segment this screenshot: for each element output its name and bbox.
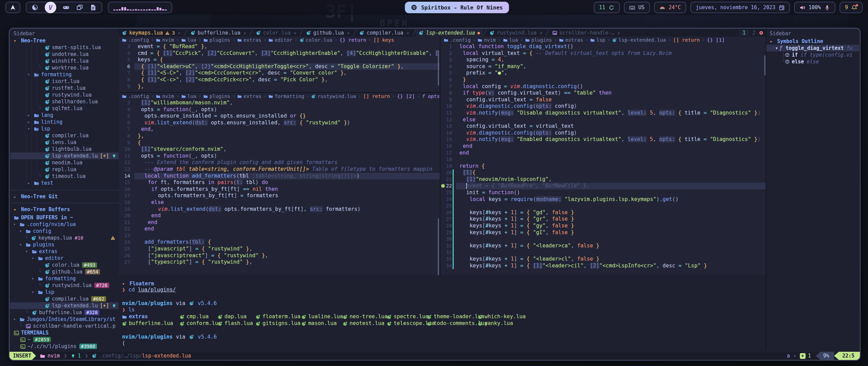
tree-item-rustywind-lua[interactable]: └rustywind.lua#726 — [10, 282, 119, 289]
tree-item-scrollbar-handle-vertical-p[interactable]: └scrollbar-handle-vertical.p — [10, 323, 119, 329]
breadcrumb-item[interactable]: {} [2] — [397, 94, 415, 99]
tree-item-lightbulb-lua[interactable]: lightbulb.lua — [10, 146, 119, 152]
tab-color-lua[interactable]: color.lua✕ — [253, 29, 300, 37]
breadcrumb-item[interactable]: plugins — [525, 37, 552, 43]
tree-item-linting[interactable]: ▸linting — [10, 119, 119, 125]
dock-notes-icon[interactable] — [90, 4, 97, 11]
notifications-widget[interactable]: 9 — [840, 2, 863, 13]
tab-compiler-lua[interactable]: compiler.lua✕ — [356, 29, 412, 37]
tree-item-formatting[interactable]: ▾formatting — [10, 71, 119, 78]
breadcrumb-item[interactable]: .config — [122, 37, 149, 43]
breadcrumb-item[interactable]: lua — [503, 37, 518, 43]
tab-close-icon[interactable]: ✕ — [407, 30, 409, 36]
breadcrumb-item[interactable]: [] keys — [373, 37, 394, 43]
tree-item-compiler-lua[interactable]: compiler.lua — [10, 132, 119, 139]
tree-item-formatting[interactable]: ▾formatting — [10, 275, 119, 282]
breadcrumb-item[interactable]: lsp-extended.lua — [612, 37, 666, 43]
tab-close-icon[interactable]: ✕ — [178, 30, 181, 36]
tree-item--c-n-l-plugins[interactable]: ~/.c/n/l/plugins#3980 — [10, 343, 119, 350]
volume-widget[interactable]: 100% — [794, 2, 835, 13]
tree-item-keymaps-lua[interactable]: └keymaps.lua#10 — [10, 235, 119, 241]
tab-close-icon[interactable]: ✕ — [617, 30, 620, 36]
section-symbols-outline[interactable]: ▾Symbols Outline — [766, 38, 859, 45]
tree-item-rustfmt-lua[interactable]: rustfmt.lua — [10, 85, 119, 92]
tree-item--[interactable]: ~#2859 — [10, 336, 119, 343]
tree-item-config[interactable]: ▾config — [10, 228, 119, 235]
tree-item-timeout-lua[interactable]: └timeout.lua — [10, 173, 119, 180]
tabpage-2[interactable]: 2 — [749, 30, 759, 36]
clock-widget[interactable]: jueves, noviembre 16, 2023 — [690, 2, 790, 13]
breadcrumb-item[interactable]: formatting — [269, 94, 304, 99]
tab-close-icon[interactable]: ✕ — [294, 30, 296, 36]
outline-item-if[interactable]: ├ ifif type(config.vi — [766, 52, 859, 58]
tree-item-open-buffers-in-[interactable]: OPEN BUFFERS in ~ — [10, 214, 119, 221]
tree-item-lsp-extended-lu[interactable]: └lsp-extended.lu[+] — [10, 302, 119, 309]
tree-item-sqlfmt-lua[interactable]: └sqlfmt.lua — [10, 105, 119, 112]
app-launcher-button[interactable] — [5, 2, 20, 13]
breadcrumb-item[interactable]: nvim — [156, 37, 174, 43]
tree-item-color-lua[interactable]: color.lua#493 — [10, 262, 119, 268]
floaterm-terminal[interactable]: ▾Floaterm ❯ cd lua/plugins/nvim/lua/plug… — [119, 275, 766, 350]
tree-item--config-nvim-lua[interactable]: ▾.config/nvim/lua — [10, 221, 119, 228]
tree-item-worktree-lua[interactable]: └worktree.lua — [10, 64, 119, 71]
breadcrumb-item[interactable]: lua — [181, 94, 196, 99]
breadcrumb-item[interactable]: [] return — [673, 37, 700, 43]
tree-item-lsp[interactable]: ▾lsp — [10, 125, 119, 132]
breadcrumb-item[interactable]: plugins — [203, 37, 230, 43]
tab-lsp-extended-lua[interactable]: lsp-extended.lua● — [415, 29, 483, 37]
tree-item-terminals[interactable]: TERMINALS — [10, 329, 119, 336]
breadcrumb-item[interactable]: color.lua — [300, 37, 333, 43]
breadcrumb-item[interactable]: .config — [444, 37, 471, 43]
tree-item-compiler-lua[interactable]: compiler.lua#682 — [10, 296, 119, 302]
tab-close-icon[interactable]: ✕ — [243, 30, 246, 36]
section-neo-tree[interactable]: ▾Neo-Tree — [10, 37, 119, 44]
tab-close-icon[interactable]: ✕ — [540, 30, 542, 36]
tree-item-extras[interactable]: ▾extras — [10, 248, 119, 255]
breadcrumb-item[interactable]: f opts — [422, 94, 440, 99]
breadcrumb-item[interactable]: extras — [559, 37, 583, 43]
outline-item-else[interactable]: └ elseelse — [766, 58, 859, 65]
tree-item-lang[interactable]: ▸lang — [10, 112, 119, 119]
tree-item-shellharden-lua[interactable]: shellharden.lua — [10, 98, 119, 105]
scrollbar-handle[interactable] — [438, 218, 439, 275]
tree-item-test[interactable]: ▸test — [10, 180, 119, 186]
tree-item-rustywind-lua[interactable]: rustywind.lua — [10, 92, 119, 98]
breadcrumb-item[interactable]: nvim — [156, 94, 174, 99]
dock-neovim-icon[interactable]: V — [45, 2, 56, 13]
now-playing-widget[interactable]: Spiritbox - Rule Of Nines — [405, 2, 509, 13]
breadcrumb-item[interactable]: plugins — [203, 94, 230, 99]
tab-close-icon[interactable]: ✕ — [347, 30, 350, 36]
tree-item-bufferline-lua[interactable]: └bufferline.lua#328 — [10, 309, 119, 316]
tree-item-smart-splits-lua[interactable]: smart-splits.lua — [10, 44, 119, 51]
close-circle-icon[interactable] — [759, 30, 766, 35]
editor-pane-lsp-extended-lua[interactable]: .config›nvim›lua›plugins›extras›lsp›lsp-… — [440, 37, 766, 275]
tree-item-lens-lua[interactable]: lens.lua — [10, 139, 119, 146]
tab-rustywind-lua[interactable]: rustywind.lua✕ — [486, 29, 546, 37]
section-neo-tree-buffers[interactable]: ▾Neo-Tree Buffers — [10, 206, 119, 213]
dock-firefox-icon[interactable] — [31, 4, 39, 11]
breadcrumb-item[interactable]: extras — [237, 37, 261, 43]
editor-pane-color-lua[interactable]: .config›nvim›lua›plugins›extras›editor›c… — [119, 37, 440, 92]
tree-item-repl-lua[interactable]: repl.lua — [10, 166, 119, 173]
tree-item-github-lua[interactable]: └github.lua#654 — [10, 268, 119, 275]
tree-item-juegos-indies-steamlibrary-st[interactable]: ▾Juegos/Indies/SteamLibrary/st — [10, 316, 119, 323]
breadcrumb-item[interactable]: lua — [181, 37, 196, 43]
outline-item-toggle_diag_virtext[interactable]: ▾ƒtoggle_diag_virtextfu — [766, 45, 859, 52]
tree-item-isort-lua[interactable]: isort.lua — [10, 78, 119, 85]
keyboard-layout-widget[interactable]: US — [624, 2, 650, 13]
tab-keymaps-lua[interactable]: keymaps.lua3✕ — [119, 29, 184, 37]
dock-windows-icon[interactable] — [76, 4, 83, 11]
tabpage-1[interactable]: 1 — [739, 30, 749, 36]
tree-item-neodim-lua[interactable]: neodim.lua — [10, 159, 119, 166]
weather-widget[interactable]: 24°C — [654, 2, 686, 13]
tree-item-winshift-lua[interactable]: winshift.lua — [10, 58, 119, 64]
tab-scrollbar-handle-[interactable]: scrollbar-handle-…✕ — [549, 29, 624, 37]
tab-bufferline-lua[interactable]: bufferline.lua✕ — [187, 29, 250, 37]
editor-pane-rustywind-lua[interactable]: .config›nvim›lua›plugins›extras›formatti… — [119, 93, 440, 275]
dock-gamepad-icon[interactable] — [62, 4, 70, 11]
tree-item-plugins[interactable]: ▾plugins — [10, 241, 119, 248]
breadcrumb-item[interactable]: [] return — [363, 94, 390, 99]
breadcrumb-item[interactable]: {} [1] — [707, 37, 725, 43]
breadcrumb-item[interactable]: editor — [269, 37, 292, 43]
breadcrumb-item[interactable]: rustywind.lua — [311, 94, 356, 99]
